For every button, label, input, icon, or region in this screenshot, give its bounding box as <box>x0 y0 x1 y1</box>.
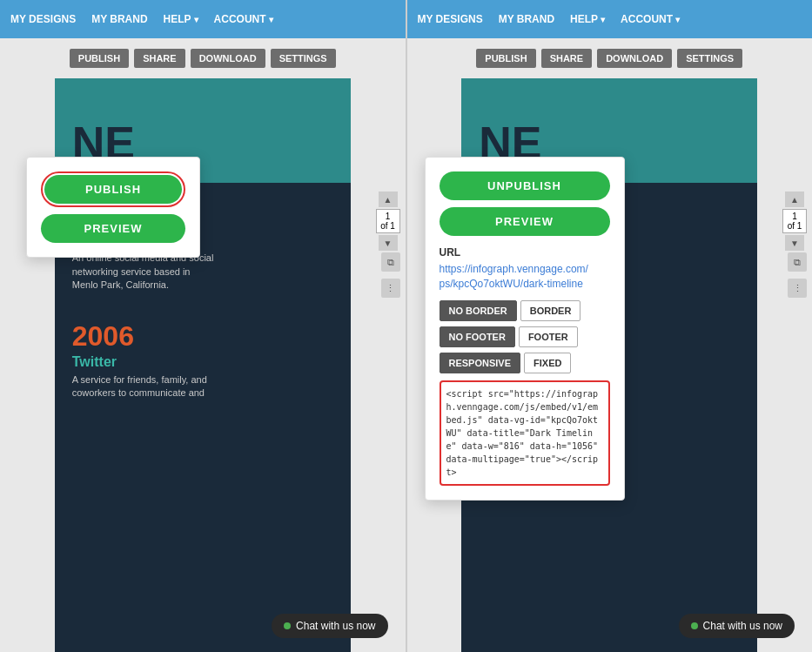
side-icons-left: ⧉ ⋮ <box>381 252 400 298</box>
scroll-up-right[interactable]: ▲ <box>785 192 804 207</box>
chat-label-left: Chat with us now <box>296 620 375 632</box>
publish-btn-left[interactable]: PUBLISH <box>70 49 129 68</box>
embed-code-box[interactable]: <script src="https://infograph.venngage.… <box>440 380 610 486</box>
download-btn-right[interactable]: DOWNLOAD <box>597 49 672 68</box>
nav-my-designs-right[interactable]: MY DESIGNS <box>418 13 483 25</box>
footer-btn[interactable]: FOOTER <box>519 326 578 347</box>
nav-account-left[interactable]: ACCOUNT ▾ <box>214 13 273 25</box>
settings-btn-right[interactable]: SETTINGS <box>677 49 742 68</box>
nav-help-right[interactable]: HELP ▾ <box>570 13 605 25</box>
url-label: URL <box>440 246 610 259</box>
fixed-btn[interactable]: FIXED <box>524 353 571 373</box>
responsive-toggle-row: RESPONSIVE FIXED <box>440 353 610 373</box>
scroll-down-left[interactable]: ▼ <box>379 235 398 251</box>
more-icon-left[interactable]: ⋮ <box>381 279 400 298</box>
no-border-btn[interactable]: NO BORDER <box>440 300 517 321</box>
scroll-controls-left: ▲ 1of 1 ▼ <box>376 192 400 251</box>
left-panel: MY DESIGNS MY BRAND HELP ▾ ACCOUNT ▾ PUB… <box>0 0 406 652</box>
settings-btn-left[interactable]: SETTINGS <box>271 49 336 68</box>
footer-toggle-row: NO FOOTER FOOTER <box>440 326 610 347</box>
chat-dot-left <box>284 622 291 629</box>
canvas-2006-left: 2006 Twitter A service for friends, fami… <box>55 304 351 408</box>
scroll-controls-right: ▲ 1of 1 ▼ <box>782 192 807 251</box>
border-btn[interactable]: BORDER <box>520 300 581 321</box>
left-toolbar: PUBLISH SHARE DOWNLOAD SETTINGS <box>0 38 406 78</box>
scroll-up-left[interactable]: ▲ <box>379 192 398 207</box>
chat-label-right: Chat with us now <box>703 620 782 632</box>
page-indicator-right: 1of 1 <box>782 209 807 233</box>
page-indicator-left: 1of 1 <box>376 209 400 233</box>
more-icon-right[interactable]: ⋮ <box>788 279 807 298</box>
publish-popup-left: PUBLISH PREVIEW <box>26 157 200 258</box>
right-nav: MY DESIGNS MY BRAND HELP ▾ ACCOUNT ▾ <box>407 0 813 38</box>
publish-highlight: PUBLISH <box>41 171 185 207</box>
twitter-desc-left: A service for friends, family, andcowork… <box>72 373 333 400</box>
url-link[interactable]: https://infograph.venngage.com/ps/kpcQo7… <box>440 262 610 292</box>
border-toggle-row: NO BORDER BORDER <box>440 300 610 321</box>
year-2006-left: 2006 <box>72 321 333 352</box>
nav-my-designs-left[interactable]: MY DESIGNS <box>10 13 76 25</box>
facebook-desc-left: An online social media and socialnetwork… <box>72 252 333 292</box>
nav-help-left[interactable]: HELP ▾ <box>164 13 198 25</box>
right-toolbar: PUBLISH SHARE DOWNLOAD SETTINGS <box>407 38 813 78</box>
copy-icon-right[interactable]: ⧉ <box>788 252 807 272</box>
share-btn-right[interactable]: SHARE <box>541 49 593 68</box>
copy-icon-left[interactable]: ⧉ <box>381 252 400 272</box>
left-nav: MY DESIGNS MY BRAND HELP ▾ ACCOUNT ▾ <box>0 0 406 38</box>
right-design-area: UNPUBLISH PREVIEW URL https://infograph.… <box>407 78 813 652</box>
publish-green-btn[interactable]: PUBLISH <box>44 175 182 204</box>
no-footer-btn[interactable]: NO FOOTER <box>440 326 515 347</box>
nav-my-brand-left[interactable]: MY BRAND <box>91 13 147 25</box>
preview-green-btn[interactable]: PREVIEW <box>41 214 185 243</box>
download-btn-left[interactable]: DOWNLOAD <box>191 49 265 68</box>
unpublish-btn-right[interactable]: UNPUBLISH <box>440 171 610 200</box>
nav-my-brand-right[interactable]: MY BRAND <box>499 13 554 25</box>
chat-button-right[interactable]: Chat with us now <box>679 614 795 638</box>
preview-btn-right[interactable]: PREVIEW <box>440 207 610 236</box>
left-design-area: PUBLISH PREVIEW NE atforms 2004 Facebook… <box>0 78 406 652</box>
responsive-btn[interactable]: RESPONSIVE <box>440 353 521 373</box>
share-btn-left[interactable]: SHARE <box>134 49 185 68</box>
nav-account-right[interactable]: ACCOUNT ▾ <box>621 13 680 25</box>
scroll-down-right[interactable]: ▼ <box>785 235 804 251</box>
right-panel: MY DESIGNS MY BRAND HELP ▾ ACCOUNT ▾ PUB… <box>406 0 813 652</box>
chat-dot-right <box>691 622 698 629</box>
publish-btn-right[interactable]: PUBLISH <box>476 49 535 68</box>
publish-popup-right: UNPUBLISH PREVIEW URL https://infograph.… <box>425 157 625 501</box>
side-icons-right: ⧉ ⋮ <box>788 252 807 298</box>
twitter-name-left: Twitter <box>72 354 333 370</box>
chat-button-left[interactable]: Chat with us now <box>272 614 387 638</box>
